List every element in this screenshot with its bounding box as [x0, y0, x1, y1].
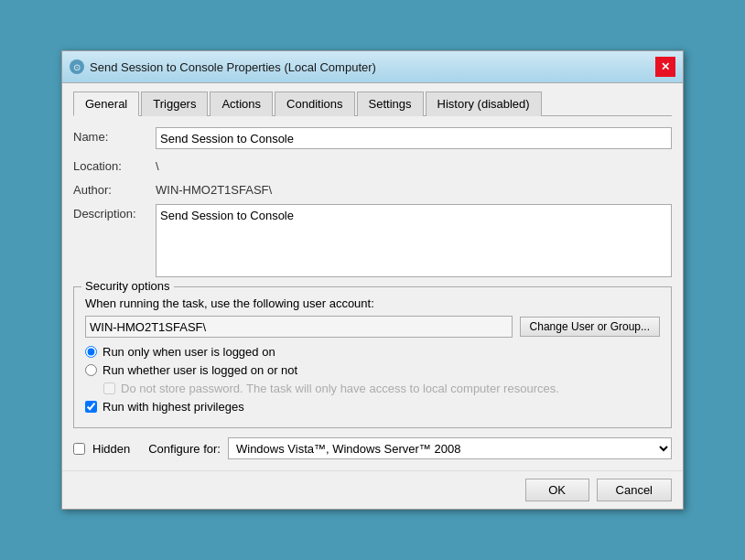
location-row: Location: \	[73, 156, 672, 173]
description-row: Description: Send Session to Console	[73, 204, 672, 277]
tab-triggers[interactable]: Triggers	[141, 92, 208, 116]
run-highest-checkbox[interactable]	[85, 401, 97, 413]
run-highest-label: Run with highest privileges	[103, 400, 244, 414]
radio-logged-on[interactable]	[85, 346, 97, 358]
hidden-checkbox[interactable]	[73, 443, 85, 455]
do-not-store-checkbox[interactable]	[103, 382, 115, 394]
title-bar-left: ⊙ Send Session to Console Properties (Lo…	[70, 59, 376, 74]
radio-logged-on-label: Run only when user is logged on	[103, 345, 275, 359]
author-label: Author:	[73, 180, 156, 197]
name-row: Name:	[73, 127, 672, 149]
dialog-title: Send Session to Console Properties (Loca…	[90, 60, 376, 74]
name-input[interactable]	[156, 127, 672, 149]
radio-whether-label: Run whether user is logged on or not	[103, 363, 297, 377]
radio-whether[interactable]	[85, 364, 97, 376]
tab-general[interactable]: General	[73, 92, 139, 116]
app-icon-symbol: ⊙	[73, 62, 81, 72]
do-not-store-label: Do not store password. The task will onl…	[121, 382, 559, 395]
description-label: Description:	[73, 204, 156, 221]
do-not-store-row: Do not store password. The task will onl…	[103, 382, 660, 395]
hidden-label: Hidden	[92, 442, 130, 456]
location-value: \	[156, 156, 159, 173]
author-value: WIN-HMO2T1SFASF\	[156, 180, 272, 197]
radio-logged-on-row: Run only when user is logged on	[85, 345, 660, 359]
app-icon: ⊙	[70, 59, 84, 74]
ok-button[interactable]: OK	[525, 479, 589, 501]
when-running-text: When running the task, use the following…	[85, 296, 374, 310]
close-button[interactable]: ✕	[655, 57, 675, 77]
tab-history[interactable]: History (disabled)	[426, 92, 542, 116]
dialog-buttons: OK Cancel	[62, 470, 683, 509]
name-label: Name:	[73, 127, 156, 144]
cancel-button[interactable]: Cancel	[597, 479, 672, 501]
tab-conditions[interactable]: Conditions	[275, 92, 354, 116]
radio-whether-row: Run whether user is logged on or not	[85, 363, 660, 377]
run-highest-row: Run with highest privileges	[85, 400, 660, 414]
dialog-content: General Triggers Actions Conditions Sett…	[62, 83, 683, 470]
title-bar: ⊙ Send Session to Console Properties (Lo…	[62, 51, 683, 83]
configure-for-label: Configure for:	[148, 442, 221, 456]
configure-for-select[interactable]: Windows Vista™, Windows Server™ 2008 Win…	[228, 437, 672, 459]
when-running-row: When running the task, use the following…	[85, 296, 660, 310]
change-user-button[interactable]: Change User or Group...	[520, 317, 660, 337]
author-row: Author: WIN-HMO2T1SFASF\	[73, 180, 672, 197]
bottom-row: Hidden Configure for: Windows Vista™, Wi…	[73, 437, 672, 459]
description-textarea[interactable]: Send Session to Console	[156, 204, 672, 277]
tab-bar: General Triggers Actions Conditions Sett…	[73, 91, 672, 116]
location-label: Location:	[73, 156, 156, 173]
tab-actions[interactable]: Actions	[210, 92, 273, 116]
security-options-label: Security options	[81, 279, 174, 293]
tab-settings[interactable]: Settings	[357, 92, 424, 116]
security-options-group: Security options When running the task, …	[73, 286, 672, 428]
dialog-window: ⊙ Send Session to Console Properties (Lo…	[61, 50, 684, 510]
user-account-input[interactable]	[85, 316, 513, 338]
user-account-row: Change User or Group...	[85, 316, 660, 338]
